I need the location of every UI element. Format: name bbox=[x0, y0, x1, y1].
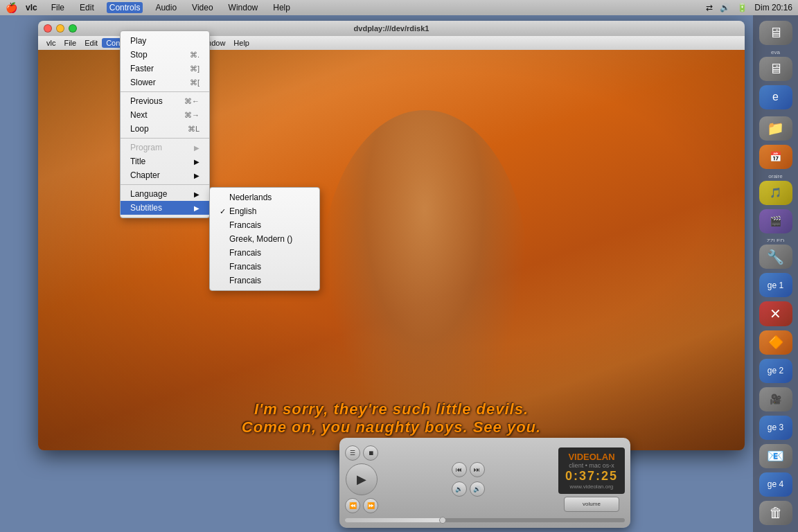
dock-icon-trash[interactable]: 🗑 bbox=[759, 501, 792, 525]
subtitle-english[interactable]: ✓ English bbox=[210, 204, 319, 218]
vol-up-button[interactable]: 🔊 bbox=[470, 481, 485, 497]
subtitle-francais-2[interactable]: Francais bbox=[210, 246, 319, 260]
dock-icon-vlc[interactable]: 🔶 bbox=[759, 330, 792, 355]
dock-label-zzled: ZZLED bbox=[767, 238, 784, 242]
rewind-button[interactable]: ⏪ bbox=[345, 498, 360, 513]
close-button[interactable] bbox=[44, 24, 52, 33]
next-shortcut: ⌘→ bbox=[184, 111, 200, 120]
subtitle-label-english: English bbox=[229, 206, 256, 216]
menubar-video[interactable]: Video bbox=[189, 2, 215, 13]
dock-icon-mail[interactable]: 📧 bbox=[759, 444, 792, 468]
subtitle-line-2: Come on, you naughty boys. See you. bbox=[38, 418, 745, 436]
dock-icon-img3[interactable]: ge 3 bbox=[759, 416, 792, 440]
dock-icon-img1[interactable]: ge 1 bbox=[759, 273, 792, 297]
menubar-window[interactable]: Window bbox=[226, 2, 261, 13]
next-chapter-button[interactable]: ⏩ bbox=[363, 498, 378, 513]
settings-icon: 🔧 bbox=[767, 249, 784, 265]
terminal-icon: 🖥 bbox=[769, 61, 783, 77]
menubar-file[interactable]: File bbox=[48, 2, 67, 13]
menu-item-loop[interactable]: Loop ⌘L bbox=[121, 122, 209, 136]
vlc-menu-file[interactable]: File bbox=[60, 38, 80, 48]
subtitle-line-1: I'm sorry, they're such little devils. bbox=[38, 400, 745, 418]
dock-icon-imovie[interactable]: 🎥 bbox=[759, 387, 792, 411]
menu-item-previous[interactable]: Previous ⌘← bbox=[121, 94, 209, 108]
vlc-menu-edit[interactable]: Edit bbox=[80, 38, 102, 48]
browser-icon: e bbox=[772, 91, 779, 103]
window-title: dvdplay:///dev/rdisk1 bbox=[354, 24, 429, 33]
menu-item-title[interactable]: Title ▶ bbox=[121, 154, 209, 168]
player-progress-thumb[interactable] bbox=[439, 517, 446, 524]
app-name[interactable]: vlc bbox=[26, 3, 37, 12]
language-label: Language bbox=[130, 189, 167, 199]
previous-label: Previous bbox=[130, 96, 163, 106]
dock-icon-finder[interactable]: 🖥 bbox=[759, 21, 792, 45]
dock-sidebar: 🖥 eva 🖥 e 📁 📅 oraire 🎵 🎬 ZZLED 🔧 ge 1 bbox=[753, 15, 798, 532]
dock-icon-settings[interactable]: 🔧 bbox=[759, 245, 792, 269]
player-display: VIDEOLAN client • mac os-x 0:37:25 www.v… bbox=[558, 447, 625, 494]
system-menubar: 🍎 vlc File Edit Controls Audio Video Win… bbox=[0, 0, 798, 15]
clock: Dim 20:16 bbox=[754, 3, 792, 12]
controls-dropdown-menu: Play Stop ⌘. Faster ⌘] Slower ⌘[ Previou… bbox=[120, 30, 210, 218]
menu-item-next[interactable]: Next ⌘→ bbox=[121, 108, 209, 122]
player-website: www.videolan.org bbox=[565, 484, 618, 490]
language-arrow-icon: ▶ bbox=[194, 190, 200, 198]
close-x-icon: ✕ bbox=[770, 305, 781, 322]
menu-item-play[interactable]: Play bbox=[121, 34, 209, 48]
movie-icon: 🎬 bbox=[770, 215, 781, 227]
menu-item-chapter[interactable]: Chapter ▶ bbox=[121, 168, 209, 182]
menubar-audio[interactable]: Audio bbox=[152, 2, 179, 13]
separator-3 bbox=[121, 184, 209, 185]
subtitles-label: Subtitles bbox=[130, 203, 162, 213]
playlist-button[interactable]: ☰ bbox=[345, 445, 360, 461]
menu-item-faster[interactable]: Faster ⌘] bbox=[121, 62, 209, 76]
vlc-menu-vlc[interactable]: vlc bbox=[42, 38, 60, 48]
volume-slider-btn[interactable]: volume bbox=[564, 497, 619, 512]
image-icon-4: ge 4 bbox=[768, 479, 783, 489]
player-progress-bar[interactable] bbox=[345, 518, 625, 522]
previous-shortcut: ⌘← bbox=[184, 97, 200, 106]
maximize-button[interactable] bbox=[69, 24, 77, 33]
vol-down-button[interactable]: 🔉 bbox=[452, 481, 467, 497]
stop-button[interactable]: ⏹ bbox=[363, 445, 378, 461]
menubar-edit[interactable]: Edit bbox=[77, 2, 97, 13]
menubar-controls[interactable]: Controls bbox=[107, 2, 143, 13]
vlc-menu-help[interactable]: Help bbox=[229, 38, 254, 48]
menu-item-subtitles[interactable]: Subtitles ▶ bbox=[121, 201, 209, 215]
check-english: ✓ bbox=[220, 207, 229, 216]
menu-item-language[interactable]: Language ▶ bbox=[121, 187, 209, 201]
next-label: Next bbox=[130, 110, 148, 120]
menu-item-stop[interactable]: Stop ⌘. bbox=[121, 48, 209, 62]
dock-icon-zzled[interactable]: 🎬 bbox=[759, 209, 792, 233]
menubar-help[interactable]: Help bbox=[270, 2, 293, 13]
videolan-logo: VIDEOLAN bbox=[565, 452, 618, 462]
dock-icon-4[interactable]: 📁 bbox=[759, 116, 792, 141]
dock-icon-itunes[interactable]: 🎵 bbox=[759, 181, 792, 205]
loop-label: Loop bbox=[130, 124, 149, 134]
subtitle-greek[interactable]: Greek, Modern () bbox=[210, 232, 319, 246]
subtitle-nederlands[interactable]: Nederlands bbox=[210, 190, 319, 204]
subtitle-francais-3[interactable]: Francais bbox=[210, 260, 319, 274]
chapter-label: Chapter bbox=[130, 170, 160, 180]
prev-track-button[interactable]: ⏮ bbox=[452, 462, 467, 477]
dock-icon-ie[interactable]: e bbox=[759, 85, 792, 109]
subtitle-label-francais-4: Francais bbox=[229, 276, 261, 285]
dock-icon-close[interactable]: ✕ bbox=[759, 301, 792, 326]
slower-label: Slower bbox=[130, 78, 156, 87]
volume-icon[interactable]: 🔊 bbox=[720, 3, 730, 12]
loop-shortcut: ⌘L bbox=[188, 125, 200, 134]
play-pause-button[interactable]: ▶ bbox=[346, 463, 378, 495]
subtitle-francais-1[interactable]: Francais bbox=[210, 218, 319, 232]
next-track-button[interactable]: ⏭ bbox=[470, 462, 485, 477]
apple-menu-icon[interactable]: 🍎 bbox=[6, 2, 17, 13]
menu-item-slower[interactable]: Slower ⌘[ bbox=[121, 76, 209, 89]
image-icon-2: ge 2 bbox=[768, 366, 783, 375]
dock-icon-img2[interactable]: ge 2 bbox=[759, 359, 792, 383]
minimize-button[interactable] bbox=[56, 24, 64, 33]
mail-icon: 📧 bbox=[767, 447, 784, 464]
dock-icon-img4[interactable]: ge 4 bbox=[759, 472, 792, 497]
dock-label-oraire: oraire bbox=[768, 173, 782, 178]
dock-icon-calendar[interactable]: 📅 bbox=[759, 145, 792, 169]
title-arrow-icon: ▶ bbox=[194, 158, 200, 166]
subtitle-francais-4[interactable]: Francais bbox=[210, 274, 319, 287]
dock-icon-2[interactable]: 🖥 bbox=[759, 57, 792, 81]
